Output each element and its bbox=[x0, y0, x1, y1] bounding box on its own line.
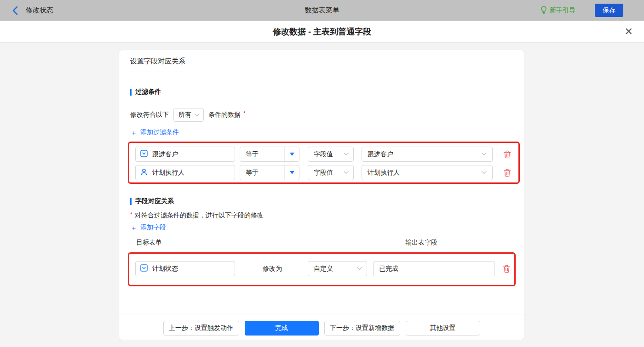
add-filter-label: 添加过滤条件 bbox=[140, 128, 179, 137]
condition-suffix: 条件的数据 bbox=[208, 111, 241, 119]
value-type-value: 字段值 bbox=[314, 150, 344, 159]
operator-value: 等于 bbox=[240, 169, 284, 177]
add-field-link[interactable]: ＋ 添加字段 bbox=[130, 223, 166, 232]
compare-value-select[interactable]: 跟进客户 bbox=[362, 147, 493, 162]
compare-value: 计划执行人 bbox=[368, 169, 482, 177]
mapping-section-title: 字段对应关系 bbox=[130, 197, 174, 205]
compare-value-select[interactable]: 计划执行人 bbox=[362, 165, 493, 180]
mapping-description: * 对符合过滤条件的数据，进行以下字段的修改 bbox=[130, 211, 264, 220]
filter-row: 计划执行人 等于 字段值 计划执行人 bbox=[135, 165, 511, 180]
modal-title: 修改数据 - 主表到普通字段 bbox=[273, 26, 371, 37]
chevron-down-icon bbox=[482, 171, 487, 174]
section-bar bbox=[130, 198, 132, 205]
back-label: 修改状态 bbox=[26, 6, 53, 15]
footer-buttons: 上一步：设置触发动作 完成 下一步：设置新增数据 其他设置 bbox=[119, 321, 524, 336]
condition-select-value: 所有 bbox=[178, 111, 195, 119]
required-mark: * bbox=[130, 211, 132, 218]
guide-link[interactable]: 新手引导 bbox=[540, 6, 575, 15]
operator-select[interactable]: 等于 bbox=[240, 165, 299, 180]
trash-icon bbox=[503, 265, 511, 273]
guide-label: 新手引导 bbox=[550, 6, 575, 15]
plus-icon: ＋ bbox=[130, 224, 137, 231]
prev-step-button[interactable]: 上一步：设置触发动作 bbox=[163, 321, 239, 336]
add-filter-link[interactable]: ＋ 添加过滤条件 bbox=[130, 128, 179, 137]
custom-value: 已完成 bbox=[379, 265, 398, 273]
footer-divider bbox=[119, 314, 524, 314]
value-type-select[interactable]: 字段值 bbox=[308, 165, 354, 180]
chevron-down-icon bbox=[344, 171, 349, 174]
delete-filter-button[interactable] bbox=[503, 150, 511, 159]
trash-icon bbox=[503, 169, 511, 177]
done-button[interactable]: 完成 bbox=[245, 321, 319, 336]
page: 修改状态 数据表菜单 新手引导 保存 修改数据 - 主表到普通字段 ✕ 设置字段… bbox=[0, 0, 644, 347]
mapping-rows: 计划状态 修改为 自定义 已完成 bbox=[135, 261, 511, 276]
caret-down-icon bbox=[284, 147, 299, 161]
required-mark: * bbox=[243, 110, 246, 117]
condition-prefix: 修改符合以下 bbox=[130, 111, 169, 119]
section-bar bbox=[130, 89, 132, 96]
output-field-header: 输出表字段 bbox=[405, 239, 437, 247]
modify-to-label: 修改为 bbox=[263, 265, 308, 273]
chevron-down-icon bbox=[482, 153, 487, 156]
chevron-down-icon bbox=[357, 267, 362, 270]
plus-icon: ＋ bbox=[130, 129, 137, 136]
condition-select[interactable]: 所有 bbox=[173, 108, 204, 122]
filter-field-select[interactable]: 计划执行人 bbox=[135, 165, 235, 180]
condition-sentence: 修改符合以下 所有 条件的数据 * bbox=[130, 108, 246, 122]
user-field-icon bbox=[140, 168, 148, 177]
trash-icon bbox=[503, 150, 511, 159]
divider bbox=[119, 72, 524, 72]
delete-filter-button[interactable] bbox=[503, 169, 511, 177]
back-button[interactable]: 修改状态 bbox=[12, 6, 53, 15]
filter-rows: 跟进客户 等于 字段值 跟进客户 bbox=[135, 147, 511, 183]
modal-header: 修改数据 - 主表到普通字段 ✕ bbox=[0, 21, 644, 43]
select-field-icon bbox=[140, 264, 148, 273]
mapping-row: 计划状态 修改为 自定义 已完成 bbox=[135, 261, 511, 276]
next-step-button[interactable]: 下一步：设置新增数据 bbox=[324, 321, 400, 336]
target-form-header: 目标表单 bbox=[136, 239, 162, 247]
chevron-down-icon bbox=[344, 153, 349, 156]
filter-field-value: 计划执行人 bbox=[152, 169, 184, 177]
close-icon[interactable]: ✕ bbox=[625, 27, 633, 37]
value-type-value: 字段值 bbox=[314, 169, 344, 177]
other-settings-button[interactable]: 其他设置 bbox=[406, 321, 480, 336]
topbar: 修改状态 数据表菜单 新手引导 保存 bbox=[0, 0, 644, 21]
target-field-select[interactable]: 计划状态 bbox=[135, 261, 235, 276]
lightbulb-icon bbox=[540, 6, 547, 15]
filter-row: 跟进客户 等于 字段值 跟进客户 bbox=[135, 147, 511, 162]
operator-select[interactable]: 等于 bbox=[240, 147, 299, 162]
mode-value: 自定义 bbox=[314, 265, 357, 273]
target-field-value: 计划状态 bbox=[152, 265, 178, 273]
filter-section-title: 过滤条件 bbox=[130, 88, 161, 96]
select-field-icon bbox=[140, 150, 148, 159]
chevron-left-icon bbox=[12, 6, 18, 15]
compare-value: 跟进客户 bbox=[368, 150, 482, 159]
custom-value-input[interactable]: 已完成 bbox=[373, 261, 495, 276]
caret-down-icon bbox=[284, 165, 299, 180]
filter-field-select[interactable]: 跟进客户 bbox=[135, 147, 235, 162]
delete-mapping-button[interactable] bbox=[503, 265, 511, 273]
add-field-label: 添加字段 bbox=[140, 223, 166, 232]
value-type-select[interactable]: 字段值 bbox=[308, 147, 354, 162]
save-button[interactable]: 保存 bbox=[595, 4, 623, 17]
settings-card: 设置字段对应关系 过滤条件 修改符合以下 所有 条件的数据 * ＋ 添加过滤条件 bbox=[119, 50, 524, 340]
mode-select[interactable]: 自定义 bbox=[308, 261, 367, 276]
operator-value: 等于 bbox=[240, 150, 284, 159]
chevron-down-icon bbox=[195, 114, 200, 117]
filter-field-value: 跟进客户 bbox=[152, 150, 178, 159]
card-header: 设置字段对应关系 bbox=[130, 57, 185, 66]
